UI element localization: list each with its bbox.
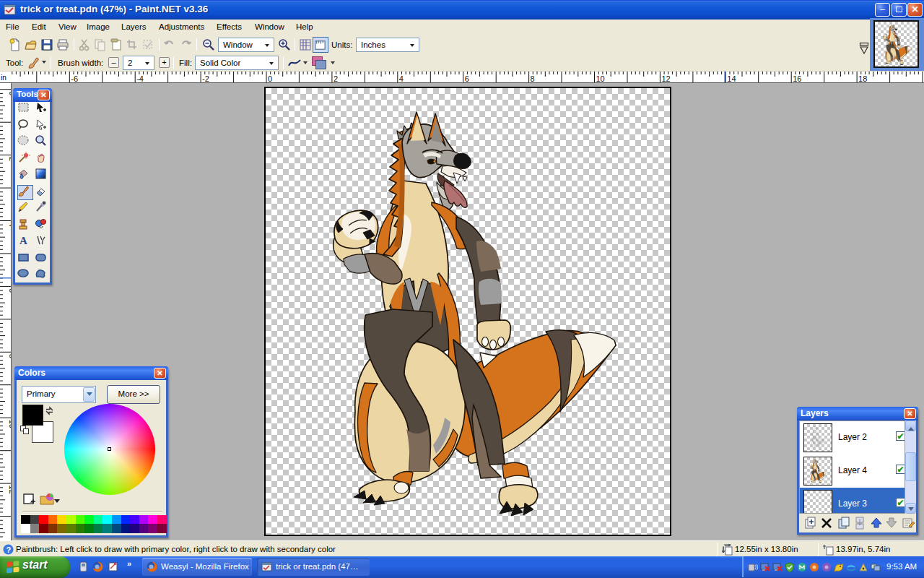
svg-text:8: 8	[531, 74, 535, 83]
svg-text:2: 2	[8, 157, 12, 161]
svg-text:12: 12	[8, 486, 12, 494]
svg-text:14: 14	[727, 74, 736, 83]
svg-text:18: 18	[858, 74, 867, 83]
svg-text:10: 10	[8, 420, 12, 428]
svg-text:10: 10	[596, 74, 605, 83]
svg-text:6: 6	[8, 288, 12, 293]
svg-text:-2: -2	[202, 74, 209, 83]
svg-text:4: 4	[8, 223, 12, 227]
svg-text:2: 2	[334, 74, 338, 83]
svg-text:0: 0	[8, 91, 12, 95]
svg-text:16: 16	[793, 74, 801, 83]
svg-text:0: 0	[268, 74, 272, 83]
svg-text:-4: -4	[136, 74, 144, 83]
svg-text:4: 4	[399, 74, 404, 83]
svg-text:-6: -6	[71, 74, 78, 83]
svg-text:A: A	[19, 235, 27, 246]
svg-text:12: 12	[661, 74, 670, 83]
svg-text:?: ?	[6, 545, 12, 554]
svg-text:8: 8	[8, 354, 12, 358]
svg-text:6: 6	[465, 74, 469, 83]
